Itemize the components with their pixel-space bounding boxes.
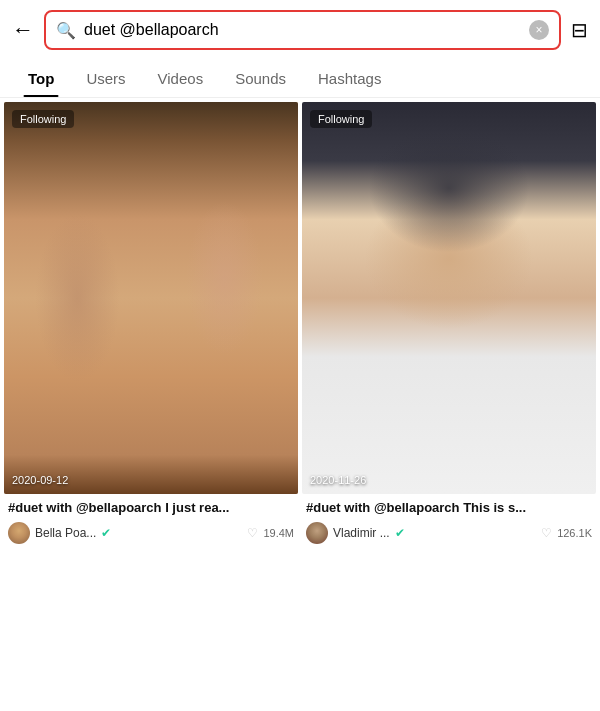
video-thumbnail: Following 2020-11-26 [302, 102, 596, 494]
video-grid: Following 2020-09-12 #duet with @bellapo… [0, 98, 600, 552]
heart-icon: ♡ [247, 526, 258, 540]
card-info: #duet with @bellapoarch This is s... Vla… [302, 494, 596, 548]
video-thumbnail: Following 2020-09-12 [4, 102, 298, 494]
video-card[interactable]: Following 2020-11-26 #duet with @bellapo… [302, 102, 596, 548]
likes-count: 19.4M [263, 527, 294, 539]
date-label: 2020-09-12 [12, 474, 68, 486]
filter-button[interactable]: ⊟ [571, 18, 588, 42]
heart-icon: ♡ [541, 526, 552, 540]
tab-videos[interactable]: Videos [142, 60, 220, 97]
username-label: Vladimir ... [333, 526, 390, 540]
card-info: #duet with @bellapoarch I just rea... Be… [4, 494, 298, 548]
date-label: 2020-11-26 [310, 474, 366, 486]
card-meta: Vladimir ... ✔ ♡ 126.1K [306, 522, 592, 544]
username-label: Bella Poa... [35, 526, 96, 540]
verified-icon: ✔ [101, 526, 111, 540]
video-card[interactable]: Following 2020-09-12 #duet with @bellapo… [4, 102, 298, 548]
avatar [306, 522, 328, 544]
avatar [8, 522, 30, 544]
verified-icon: ✔ [395, 526, 405, 540]
following-badge: Following [310, 110, 372, 128]
likes-count: 126.1K [557, 527, 592, 539]
tab-top[interactable]: Top [12, 60, 70, 97]
tab-hashtags[interactable]: Hashtags [302, 60, 397, 97]
card-meta: Bella Poa... ✔ ♡ 19.4M [8, 522, 294, 544]
following-badge: Following [12, 110, 74, 128]
tab-sounds[interactable]: Sounds [219, 60, 302, 97]
search-icon: 🔍 [56, 21, 76, 40]
card-title: #duet with @bellapoarch This is s... [306, 500, 592, 517]
card-title: #duet with @bellapoarch I just rea... [8, 500, 294, 517]
search-bar[interactable]: 🔍 duet @bellapoarch × [44, 10, 561, 50]
back-button[interactable]: ← [12, 17, 34, 43]
header: ← 🔍 duet @bellapoarch × ⊟ [0, 0, 600, 60]
search-input-value: duet @bellapoarch [84, 21, 521, 39]
clear-button[interactable]: × [529, 20, 549, 40]
tabs-bar: Top Users Videos Sounds Hashtags [0, 60, 600, 98]
tab-users[interactable]: Users [70, 60, 141, 97]
